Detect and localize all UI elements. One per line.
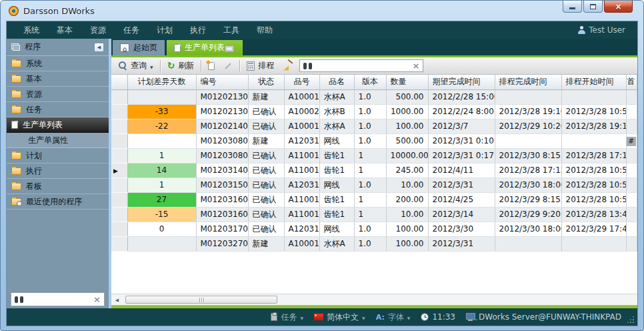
cell-diff-days[interactable]: -22 [127, 119, 196, 133]
cell-clipped[interactable]: # [626, 148, 637, 163]
cell-sched-finish[interactable]: 2012/3/29 10:20 [495, 119, 561, 133]
menu-item[interactable]: 工具 [215, 23, 248, 38]
cell-sched-finish[interactable]: 2012/3/30 8:15 [495, 148, 561, 163]
cell-qty[interactable]: 100.00 [386, 119, 428, 133]
cell-expected-finish[interactable]: 2012/4/25 [428, 192, 495, 207]
resize-grip[interactable] [627, 316, 634, 323]
cell-part-no[interactable]: A11001 [284, 148, 319, 163]
cell-part-name[interactable]: 齿轮1 [319, 163, 354, 178]
cell-version[interactable]: 1.0 [354, 222, 386, 236]
scroll-left-button[interactable]: ◀ [111, 295, 123, 305]
cell-status[interactable]: 已确认 [248, 104, 284, 119]
cell-sched-start[interactable]: 2012/3/29 17:46 [561, 222, 626, 236]
cell-part-name[interactable]: 网线 [319, 133, 354, 148]
cell-status[interactable]: 新建 [248, 89, 284, 104]
column-header-diff-days[interactable]: 计划差异天数 [127, 75, 196, 89]
new-button[interactable] [206, 61, 217, 71]
window-list-icon[interactable] [225, 45, 234, 52]
clean-button[interactable] [281, 60, 295, 72]
cell-qty[interactable]: 1000.00 [386, 104, 428, 119]
cell-part-no[interactable]: A12031 [284, 178, 319, 192]
cell-sched-start[interactable] [561, 133, 626, 148]
toolbar-search-input[interactable] [315, 61, 409, 71]
cell-sched-finish[interactable]: 2012/3/30 18:00 [495, 178, 561, 192]
menu-item[interactable]: 任务 [115, 23, 148, 38]
column-header-part-name[interactable]: 品名 [319, 75, 354, 89]
collapse-sidebar-button[interactable]: ◀ [94, 43, 104, 52]
sidebar-item[interactable]: 执行 [7, 163, 109, 179]
cell-code[interactable]: M012030801 [196, 133, 248, 148]
column-header-clipped[interactable]: 首 [626, 75, 637, 89]
row-selector-cell[interactable]: ▶ [111, 119, 127, 133]
cell-sched-start[interactable]: 2012/3/28 10:52 [561, 192, 626, 207]
cell-part-no[interactable]: A12031 [284, 133, 319, 148]
row-selector-cell[interactable]: ▶ [111, 222, 127, 236]
row-selector-cell[interactable]: ▶ [111, 133, 127, 148]
cell-clipped[interactable]: # [626, 207, 637, 222]
cell-status[interactable]: 已确认 [248, 207, 284, 222]
sidebar-item[interactable]: 计划 [7, 148, 109, 163]
cell-code[interactable]: M012030802 [196, 148, 248, 163]
cell-version[interactable]: 1.0 [354, 236, 386, 251]
table-row[interactable]: ▶ -33 M012021302 已确认 A10002 水杯B 1.0 1000… [111, 104, 637, 119]
cell-part-name[interactable]: 水杯A [319, 119, 354, 133]
cell-version[interactable]: 1.0 [354, 133, 386, 148]
cell-code[interactable]: M012031402 [196, 163, 248, 178]
cell-version[interactable]: 1.0 [354, 119, 386, 133]
cell-part-no[interactable]: A10001 [284, 119, 319, 133]
column-header-code[interactable]: 编号 [196, 75, 248, 89]
horizontal-scrollbar[interactable]: ◀ [111, 294, 637, 305]
sidebar-item[interactable]: 任务 [7, 102, 109, 117]
menu-item[interactable]: 计划 [148, 23, 181, 38]
row-selector-cell[interactable]: ▶ [111, 148, 127, 163]
row-selector-cell[interactable]: ▶ [111, 236, 127, 251]
cell-sched-finish[interactable]: 2012/3/30 18:00 [495, 222, 561, 236]
cell-sched-finish[interactable] [495, 133, 561, 148]
table-row[interactable]: ▶ -22 M012021401 已确认 A10001 水杯A 1.0 100.… [111, 119, 637, 133]
font-menu[interactable]: 字体 [376, 312, 411, 323]
cell-qty[interactable]: 100.00 [386, 236, 428, 251]
table-row[interactable]: ▶ -15 M012031602 已确认 A11001 齿轮1 1 10.00 … [111, 207, 637, 222]
table-row[interactable]: ▶ 14 M012031402 已确认 A11001 齿轮1 1 245.00 … [111, 163, 637, 178]
cell-code[interactable]: M012031701 [196, 222, 248, 236]
scrollbar-thumb[interactable] [125, 296, 277, 304]
cell-qty[interactable]: 100.00 [386, 222, 428, 236]
cell-part-no[interactable]: A10001 [284, 236, 319, 251]
table-row[interactable]: ▶ 27 M012031601 已确认 A11001 齿轮1 1 200.00 … [111, 192, 637, 207]
cell-code[interactable]: M012031501 [196, 178, 248, 192]
sidebar-item[interactable]: 基本 [7, 71, 109, 87]
cell-part-name[interactable]: 网线 [319, 222, 354, 236]
cell-expected-finish[interactable]: 2012/4/11 [428, 163, 495, 178]
cell-diff-days[interactable]: 14 [127, 163, 196, 178]
cell-part-no[interactable]: A11001 [284, 207, 319, 222]
menu-item[interactable]: 执行 [181, 23, 215, 38]
cell-status[interactable]: 已确认 [248, 148, 284, 163]
menu-item[interactable]: 资源 [81, 23, 115, 38]
schedule-button[interactable]: 排程 [245, 59, 276, 73]
sidebar-item[interactable]: 最近使用的程序 [7, 194, 109, 210]
cell-part-name[interactable]: 水杯B [319, 104, 354, 119]
cell-status[interactable]: 已确认 [248, 119, 284, 133]
cell-version[interactable]: 1 [354, 207, 386, 222]
table-row[interactable]: ▶ M012021301 新建 A10001 水杯A 1.0 500.00 20… [111, 89, 637, 104]
column-header-sched-finish[interactable]: 排程完成时间 [495, 75, 561, 89]
column-header-expected-finish[interactable]: 期望完成时间 [428, 75, 495, 89]
row-selector-cell[interactable]: ▶ [111, 89, 127, 104]
cell-version[interactable]: 1 [354, 148, 386, 163]
cell-expected-finish[interactable]: 2012/2/24 8:00 [428, 104, 495, 119]
row-selector-cell[interactable]: ▶ [111, 192, 127, 207]
cell-expected-finish[interactable]: 2012/2/28 15:00 [428, 89, 495, 104]
cell-code[interactable]: M012021302 [196, 104, 248, 119]
task-menu[interactable]: 任务 [271, 312, 303, 323]
clear-search-icon[interactable] [93, 295, 101, 304]
cell-version[interactable]: 1.0 [354, 178, 386, 192]
cell-sched-start[interactable]: 2012/3/28 10:52 [561, 104, 626, 119]
cell-expected-finish[interactable]: 2012/3/31 0:10 [428, 133, 495, 148]
cell-expected-finish[interactable]: 2012/3/31 [428, 178, 495, 192]
menu-item[interactable]: 帮助 [248, 23, 281, 38]
cell-qty[interactable]: 10.00 [386, 178, 428, 192]
cell-sched-start[interactable] [561, 89, 626, 104]
cell-clipped[interactable]: # [626, 133, 637, 148]
row-selector-cell[interactable]: ▶ [111, 104, 127, 119]
cell-sched-start[interactable] [561, 236, 626, 251]
